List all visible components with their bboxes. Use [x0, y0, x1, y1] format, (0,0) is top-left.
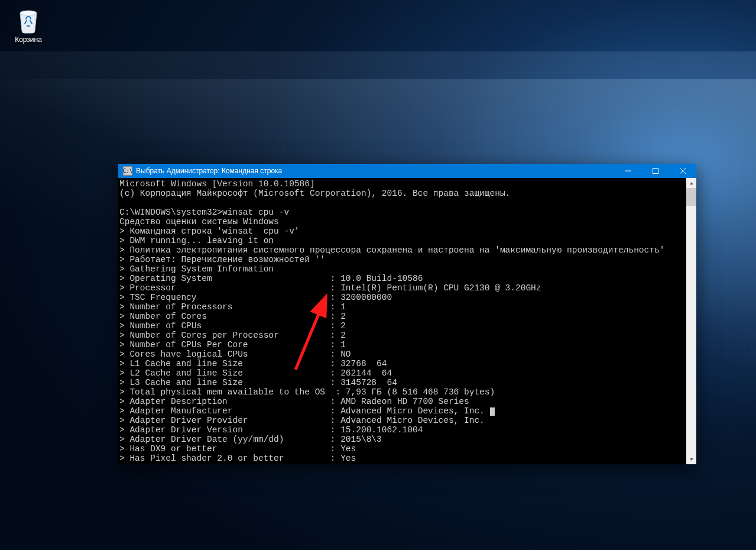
- window-title: Выбрать Администратор: Командная строка: [136, 167, 615, 175]
- recycle-bin-label: Корзина: [6, 35, 51, 44]
- console-output[interactable]: Microsoft Windows [Version 10.0.10586] (…: [118, 178, 686, 464]
- vertical-scrollbar[interactable]: [686, 178, 696, 464]
- cmd-window: C:\ Выбрать Администратор: Командная стр…: [118, 164, 696, 464]
- window-controls: [615, 164, 696, 178]
- svg-point-0: [20, 11, 37, 15]
- svg-rect-1: [653, 169, 658, 174]
- scroll-track[interactable]: [686, 188, 696, 454]
- recycle-bin[interactable]: Корзина: [6, 6, 51, 44]
- maximize-button[interactable]: [642, 164, 669, 178]
- scroll-thumb[interactable]: [686, 188, 696, 206]
- console-body: Microsoft Windows [Version 10.0.10586] (…: [118, 178, 696, 464]
- titlebar[interactable]: C:\ Выбрать Администратор: Командная стр…: [118, 164, 696, 178]
- minimize-button[interactable]: [615, 164, 642, 178]
- scroll-down-button[interactable]: [686, 454, 696, 464]
- close-button[interactable]: [669, 164, 696, 178]
- scroll-up-button[interactable]: [686, 178, 696, 188]
- cmd-system-icon: C:\: [123, 166, 132, 176]
- recycle-bin-icon: [14, 6, 43, 34]
